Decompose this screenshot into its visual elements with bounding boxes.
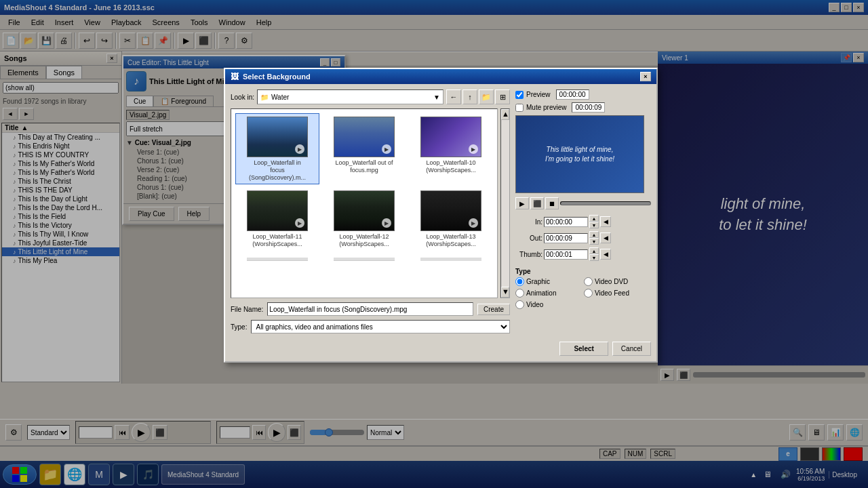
dialog-close-btn[interactable]: × bbox=[640, 72, 651, 81]
scrollbar-up[interactable]: ▲ bbox=[501, 109, 509, 120]
file-label-4: Loop_Waterfall-12 (WorshipScapes... bbox=[334, 233, 395, 248]
file-label-0: Loop_Waterfall in focus (SongDiscovery).… bbox=[247, 159, 308, 181]
folder-icon: 📁 bbox=[260, 94, 269, 101]
look-in-row: Look in: 📁 Water ▼ ← ↑ 📁 ⊞ bbox=[231, 89, 510, 104]
nav-view-btn[interactable]: ⊞ bbox=[495, 89, 510, 104]
select-background-dialog: 🖼 Select Background × Look in: 📁 Water ▼… bbox=[224, 68, 658, 363]
out-spin: ▲ ▼ bbox=[589, 231, 599, 245]
out-spin-up[interactable]: ▲ bbox=[589, 231, 599, 238]
file-thumb-0: ▶ bbox=[247, 117, 308, 157]
thumb-reset-btn[interactable]: ◀ bbox=[600, 249, 611, 260]
dialog-footer: Select Cancel bbox=[225, 339, 656, 361]
preview-end-btn[interactable]: ⏹ bbox=[545, 197, 559, 209]
radio-video-feed: Video Feed bbox=[584, 289, 651, 298]
in-reset-btn[interactable]: ◀ bbox=[600, 216, 611, 227]
radio-feed-label: Video Feed bbox=[595, 289, 629, 297]
in-spin-up[interactable]: ▲ bbox=[589, 215, 599, 222]
preview-checkbox[interactable] bbox=[515, 91, 524, 99]
preview-stop-btn[interactable]: ⬛ bbox=[530, 197, 544, 209]
file-grid: ▶ Loop_Waterfall in focus (SongDiscovery… bbox=[231, 108, 498, 298]
file-item-2[interactable]: ▶ Loop_Waterfall-10 (WorshipScapes... bbox=[409, 113, 493, 184]
preview-screen: This little light of mine, I'm going to … bbox=[515, 115, 644, 193]
type-row-label: Type: bbox=[231, 323, 247, 331]
select-button[interactable]: Select bbox=[559, 342, 608, 356]
radio-graphic: Graphic bbox=[515, 277, 583, 286]
thumb-spin-down[interactable]: ▼ bbox=[589, 254, 599, 261]
thumb-spin: ▲ ▼ bbox=[589, 247, 599, 261]
file-item-4[interactable]: ▶ Loop_Waterfall-12 (WorshipScapes... bbox=[322, 187, 406, 251]
preview-line2: I'm going to let it shine! bbox=[545, 155, 614, 164]
file-label-1: Loop_Waterfall out of focus.mpg bbox=[334, 159, 395, 174]
dialog-left-panel: Look in: 📁 Water ▼ ← ↑ 📁 ⊞ bbox=[231, 89, 510, 333]
file-label-2: Loop_Waterfall-10 (WorshipScapes... bbox=[420, 159, 481, 174]
out-spin-down[interactable]: ▼ bbox=[589, 238, 599, 245]
create-btn[interactable]: Create bbox=[477, 304, 510, 315]
radio-video-input[interactable] bbox=[515, 300, 524, 309]
look-in-value: Water bbox=[271, 94, 289, 101]
type-options: Graphic Video DVD Animation Video F bbox=[515, 277, 651, 310]
out-reset-btn[interactable]: ◀ bbox=[600, 232, 611, 243]
out-time-row: Out: ▲ ▼ ◀ bbox=[515, 231, 651, 245]
thumb-spin-up[interactable]: ▲ bbox=[589, 247, 599, 254]
radio-graphic-label: Graphic bbox=[526, 278, 550, 285]
type-group-label: Type bbox=[515, 268, 651, 275]
in-label: In: bbox=[515, 218, 542, 226]
file-item-8 bbox=[409, 254, 493, 264]
file-item-5[interactable]: ▶ Loop_Waterfall-13 (WorshipScapes... bbox=[409, 187, 493, 251]
mute-preview-checkbox[interactable] bbox=[515, 104, 524, 112]
radio-video-label: Video bbox=[526, 301, 543, 308]
radio-animation-label: Animation bbox=[526, 289, 556, 297]
dialog-title-text: Select Background bbox=[243, 73, 311, 81]
file-item-7 bbox=[322, 254, 406, 264]
scrollbar-down[interactable]: ▼ bbox=[501, 287, 509, 298]
file-area: ▶ Loop_Waterfall in focus (SongDiscovery… bbox=[231, 108, 510, 298]
thumb-time-row: Thumb: ▲ ▼ ◀ bbox=[515, 247, 651, 261]
preview-text: This little light of mine, I'm going to … bbox=[540, 140, 620, 169]
nav-back-btn[interactable]: ← bbox=[446, 89, 461, 104]
look-in-label: Look in: bbox=[231, 94, 254, 101]
file-scrollbar[interactable]: ▲ ▼ bbox=[500, 108, 510, 298]
thumb-time-input[interactable] bbox=[544, 249, 588, 260]
radio-video-dvd: Video DVD bbox=[584, 277, 651, 286]
mute-preview-time: 00:00:09 bbox=[572, 102, 605, 113]
out-time-input[interactable] bbox=[544, 233, 588, 243]
preview-play-btn[interactable]: ▶ bbox=[515, 197, 529, 209]
type-group: Type Graphic Video DVD Animation bbox=[515, 268, 651, 310]
play-indicator-5: ▶ bbox=[469, 218, 478, 228]
radio-graphic-input[interactable] bbox=[515, 277, 524, 286]
scrollbar-track bbox=[501, 120, 509, 287]
radio-dvd-input[interactable] bbox=[584, 277, 593, 286]
play-indicator-1: ▶ bbox=[382, 144, 391, 154]
file-name-input[interactable] bbox=[267, 302, 473, 316]
look-in-select[interactable]: 📁 Water ▼ bbox=[257, 89, 443, 104]
preview-progress bbox=[560, 201, 651, 205]
dropdown-icon: ▼ bbox=[433, 94, 440, 101]
in-time-input[interactable] bbox=[544, 217, 588, 227]
type-select[interactable]: All graphics, video and animations files bbox=[251, 320, 510, 333]
file-placeholder-6 bbox=[247, 258, 308, 261]
out-label: Out: bbox=[515, 235, 542, 242]
file-item-1[interactable]: ▶ Loop_Waterfall out of focus.mpg bbox=[322, 113, 406, 184]
mute-preview-label: Mute preview bbox=[526, 104, 566, 111]
file-thumb-1: ▶ bbox=[334, 117, 395, 157]
preview-label: Preview bbox=[526, 91, 551, 98]
radio-animation: Animation bbox=[515, 289, 583, 298]
in-spin-down[interactable]: ▼ bbox=[589, 222, 599, 228]
dialog-title-bar: 🖼 Select Background × bbox=[225, 69, 656, 84]
file-item-3[interactable]: ▶ Loop_Waterfall-11 (WorshipScapes... bbox=[235, 187, 319, 251]
nav-up-btn[interactable]: ↑ bbox=[462, 89, 477, 104]
file-name-label: File Name: bbox=[231, 306, 263, 313]
in-spin: ▲ ▼ bbox=[589, 215, 599, 228]
file-thumb-5: ▶ bbox=[420, 190, 481, 231]
dialog-icon: 🖼 bbox=[231, 72, 239, 81]
file-item-0[interactable]: ▶ Loop_Waterfall in focus (SongDiscovery… bbox=[235, 113, 319, 184]
radio-feed-input[interactable] bbox=[584, 289, 593, 298]
radio-video: Video bbox=[515, 300, 583, 309]
radio-animation-input[interactable] bbox=[515, 289, 524, 298]
nav-new-folder-btn[interactable]: 📁 bbox=[479, 89, 494, 104]
cancel-button[interactable]: Cancel bbox=[612, 342, 651, 356]
file-thumb-2: ▶ bbox=[420, 117, 481, 157]
play-indicator-2: ▶ bbox=[469, 144, 478, 154]
mute-preview-row: Mute preview 00:00:09 bbox=[515, 102, 651, 113]
file-placeholder-8 bbox=[420, 258, 481, 261]
